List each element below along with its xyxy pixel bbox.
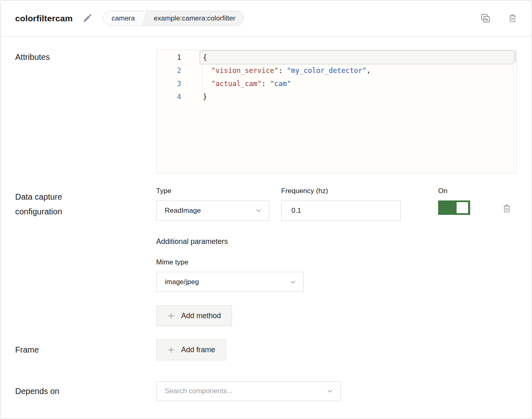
depends-on-label: Depends on bbox=[15, 387, 59, 396]
delete-component-button[interactable] bbox=[507, 13, 518, 23]
component-config-card: colorfiltercam camera example:camera:col… bbox=[0, 0, 532, 419]
frequency-label: Frequency (hz) bbox=[281, 187, 401, 195]
chevron-down-icon bbox=[326, 387, 334, 395]
header-actions bbox=[480, 13, 518, 24]
duplicate-icon bbox=[480, 13, 491, 24]
capture-toggle-label: On bbox=[438, 187, 470, 195]
code-line: 1{ bbox=[157, 51, 514, 64]
data-capture-label: Data capture configuration bbox=[15, 189, 103, 219]
breadcrumb-chevron-divider-icon bbox=[141, 11, 149, 25]
code-line: 2 "vision_service": "my_color_detector", bbox=[157, 64, 514, 77]
capture-type-select[interactable]: ReadImage bbox=[156, 200, 269, 221]
editor-scrollbar-thumb[interactable] bbox=[514, 51, 516, 63]
data-capture-section: Data capture configuration Type ReadImag… bbox=[15, 187, 517, 326]
add-method-button[interactable]: Add method bbox=[156, 305, 232, 326]
additional-parameters-label: Additional parameters bbox=[156, 237, 517, 246]
code-line: 4} bbox=[157, 90, 514, 103]
depends-on-select[interactable]: Search components... bbox=[156, 381, 341, 401]
code-line-content: } bbox=[200, 90, 514, 103]
mime-type-label: Mime type bbox=[156, 258, 517, 266]
code-line: 3 "actual_cam": "cam" bbox=[157, 77, 514, 90]
capture-type-value: ReadImage bbox=[165, 207, 201, 215]
mime-type-value: image/jpeg bbox=[165, 278, 199, 286]
frame-label: Frame bbox=[15, 345, 39, 355]
code-lines: 1{2 "vision_service": "my_color_detector… bbox=[157, 51, 516, 103]
attributes-section: Attributes 1{2 "vision_service": "my_col… bbox=[15, 50, 517, 173]
line-number: 1 bbox=[157, 51, 200, 64]
trash-icon bbox=[507, 13, 518, 23]
add-method-label: Add method bbox=[181, 312, 221, 320]
attributes-json-editor[interactable]: 1{2 "vision_service": "my_color_detector… bbox=[156, 50, 517, 173]
rename-button[interactable] bbox=[82, 13, 92, 24]
delete-capture-config-button[interactable] bbox=[502, 203, 512, 214]
line-number: 3 bbox=[157, 77, 200, 90]
add-frame-button[interactable]: Add frame bbox=[156, 339, 226, 360]
plus-icon bbox=[167, 312, 175, 320]
pencil-icon bbox=[82, 13, 92, 24]
line-number: 2 bbox=[157, 64, 200, 77]
attributes-label: Attributes bbox=[15, 50, 50, 64]
editor-scrollbar[interactable] bbox=[513, 50, 516, 173]
breadcrumb-model: example:camera:colorfilter bbox=[149, 11, 243, 25]
code-line-content: { bbox=[200, 51, 514, 64]
chevron-down-icon bbox=[289, 278, 297, 286]
line-number: 4 bbox=[157, 90, 200, 103]
add-frame-label: Add frame bbox=[181, 346, 215, 354]
breadcrumb-category: camera bbox=[103, 11, 141, 25]
frequency-input[interactable] bbox=[281, 200, 401, 221]
chevron-down-icon bbox=[255, 207, 262, 214]
component-header: colorfiltercam camera example:camera:col… bbox=[0, 0, 532, 36]
depends-on-placeholder: Search components... bbox=[165, 387, 232, 395]
mime-type-select[interactable]: image/jpeg bbox=[156, 272, 304, 292]
capture-controls-row: Type ReadImage Frequency (hz) On bbox=[156, 187, 517, 221]
component-body: Attributes 1{2 "vision_service": "my_col… bbox=[0, 36, 532, 401]
plus-icon bbox=[167, 346, 175, 354]
capture-on-toggle[interactable] bbox=[438, 200, 470, 215]
depends-on-section: Depends on Search components... bbox=[15, 381, 517, 401]
toggle-knob bbox=[457, 202, 468, 213]
frame-section: Frame Add frame bbox=[15, 339, 517, 360]
component-name: colorfiltercam bbox=[15, 14, 73, 23]
code-line-content: "vision_service": "my_color_detector", bbox=[200, 64, 514, 77]
duplicate-button[interactable] bbox=[480, 13, 491, 24]
capture-type-label: Type bbox=[156, 187, 269, 195]
trash-icon bbox=[502, 203, 512, 214]
code-line-content: "actual_cam": "cam" bbox=[200, 77, 514, 90]
component-type-breadcrumb: camera example:camera:colorfilter bbox=[103, 11, 244, 26]
